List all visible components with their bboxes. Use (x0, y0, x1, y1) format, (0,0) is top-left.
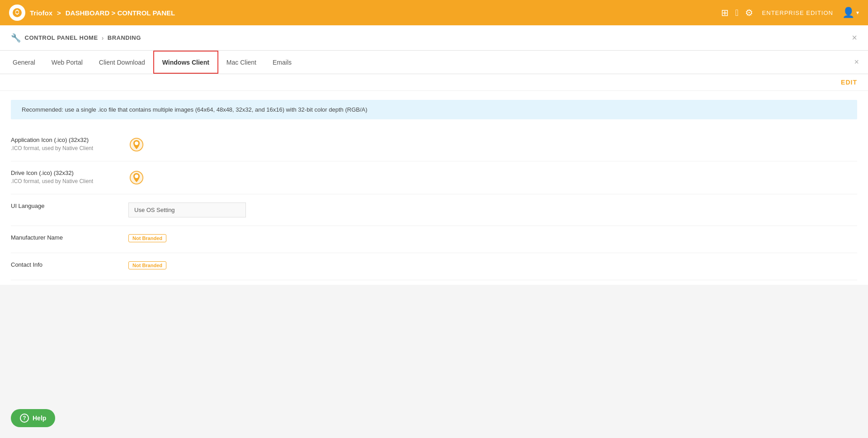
app-icon-svg[interactable] (128, 137, 145, 153)
ui-language-label: UI Language (11, 203, 128, 209)
contact-info-label: Contact Info (11, 261, 128, 268)
breadcrumb-close-button[interactable]: × (852, 33, 857, 43)
info-banner: Recommended: use a single .ico file that… (11, 100, 857, 119)
contact-not-branded-badge: Not Branded (128, 261, 166, 269)
tab-mac-client[interactable]: Mac Client (218, 51, 264, 74)
svg-point-4 (135, 141, 138, 145)
brand-name: Triofox (30, 9, 52, 17)
user-menu[interactable]: 👤 ▾ (842, 7, 859, 19)
tabs-list: General Web Portal Client Download Windo… (5, 51, 300, 74)
topbar-left: Triofox > DASHBOARD > CONTROL PANEL (9, 5, 175, 21)
manufacturer-name-value: Not Branded (128, 234, 857, 242)
edit-button[interactable]: EDIT (841, 79, 857, 86)
nav-path: DASHBOARD > CONTROL PANEL (66, 9, 175, 17)
breadcrumb-current: BRANDING (108, 34, 141, 41)
info-banner-text: Recommended: use a single .ico file that… (22, 106, 368, 113)
apple-platform-icon[interactable]:  (735, 8, 738, 18)
edition-label: ENTERPRISE EDITION (762, 9, 833, 16)
tab-general[interactable]: General (5, 51, 43, 74)
nav-separator: > (57, 9, 61, 17)
manufacturer-not-branded-badge: Not Branded (128, 234, 166, 242)
platform-icons: ⊞  ⚙ (721, 7, 753, 18)
help-button[interactable]: ? Help (11, 409, 55, 427)
ui-language-select[interactable]: Use OS Setting (128, 203, 246, 217)
help-label: Help (33, 414, 46, 422)
drive-icon-svg[interactable] (128, 170, 145, 186)
breadcrumb-home[interactable]: CONTROL PANEL HOME (25, 34, 98, 41)
ui-language-value: Use OS Setting (128, 203, 857, 217)
app-icon-value (128, 137, 857, 153)
breadcrumb: 🔧 CONTROL PANEL HOME › BRANDING (11, 33, 141, 43)
windows-platform-icon[interactable]: ⊞ (721, 7, 729, 18)
main-content: General Web Portal Client Download Windo… (0, 51, 868, 285)
breadcrumb-separator: › (102, 34, 104, 42)
contact-info-value: Not Branded (128, 261, 857, 269)
svg-point-7 (135, 174, 138, 178)
contact-info-row: Contact Info Not Branded (11, 253, 857, 280)
manufacturer-name-label: Manufacturer Name (11, 234, 128, 241)
form-section: Application Icon (.ico) (32x32) .ICO for… (0, 124, 868, 285)
triofox-logo (9, 5, 25, 21)
drive-icon-label: Drive Icon (.ico) (32x32) .ICO format, u… (11, 170, 128, 184)
tab-emails[interactable]: Emails (264, 51, 300, 74)
app-icon-label: Application Icon (.ico) (32x32) .ICO for… (11, 137, 128, 151)
drive-icon-row: Drive Icon (.ico) (32x32) .ICO format, u… (11, 161, 857, 194)
tab-web-portal[interactable]: Web Portal (43, 51, 91, 74)
help-question-mark: ? (20, 414, 29, 423)
manufacturer-name-row: Manufacturer Name Not Branded (11, 226, 857, 253)
ui-language-row: UI Language Use OS Setting (11, 194, 857, 226)
app-icon-row: Application Icon (.ico) (32x32) .ICO for… (11, 128, 857, 161)
wrench-icon: 🔧 (11, 33, 21, 43)
topbar: Triofox > DASHBOARD > CONTROL PANEL ⊞  … (0, 0, 868, 25)
breadcrumb-bar: 🔧 CONTROL PANEL HOME › BRANDING × (0, 25, 868, 51)
settings-platform-icon[interactable]: ⚙ (745, 7, 753, 18)
tabs-bar: General Web Portal Client Download Windo… (0, 51, 868, 74)
drive-icon-value (128, 170, 857, 186)
edit-bar: EDIT (0, 74, 868, 91)
tab-client-download[interactable]: Client Download (91, 51, 153, 74)
tabs-close-button[interactable]: × (849, 57, 863, 67)
svg-point-1 (16, 11, 19, 14)
tab-windows-client[interactable]: Windows Client (153, 51, 218, 74)
topbar-right: ⊞  ⚙ ENTERPRISE EDITION 👤 ▾ (721, 7, 859, 19)
